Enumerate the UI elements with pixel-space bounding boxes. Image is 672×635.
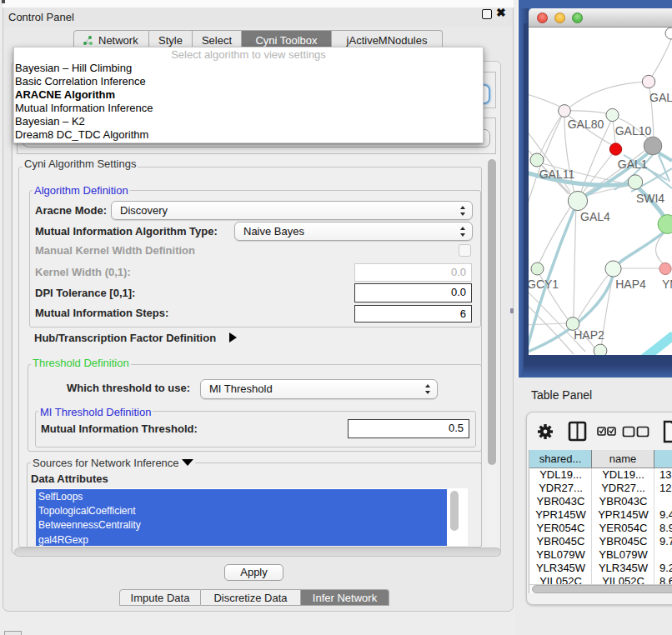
svg-text:YM: YM: [662, 278, 672, 291]
svg-text:GAL1: GAL1: [618, 158, 648, 171]
svg-text:SWI4: SWI4: [636, 192, 664, 205]
svg-text:HAP4: HAP4: [615, 278, 646, 291]
svg-text:GAL10: GAL10: [615, 124, 652, 138]
svg-text:GAL11: GAL11: [539, 168, 575, 181]
svg-text:GCY1: GCY1: [529, 278, 559, 291]
svg-text:GAL80: GAL80: [568, 118, 604, 131]
svg-text:GAL4: GAL4: [580, 210, 610, 223]
svg-text:HAP2: HAP2: [574, 328, 604, 342]
svg-text:GAL7: GAL7: [649, 91, 672, 104]
